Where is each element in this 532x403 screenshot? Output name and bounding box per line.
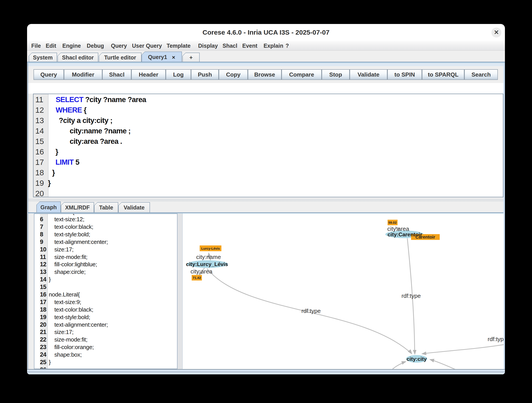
svg-text:Lurcy-Lévis: Lurcy-Lévis bbox=[201, 247, 220, 250]
svg-text:rdf:type: rdf:type bbox=[402, 293, 421, 299]
svg-text:rdf:type: rdf:type bbox=[302, 307, 321, 314]
svg-text:59.02: 59.02 bbox=[388, 221, 397, 224]
svg-text:city:name: city:name bbox=[196, 254, 221, 260]
svg-text:city:city: city:city bbox=[407, 356, 427, 362]
svg-text:71.42: 71.42 bbox=[193, 276, 201, 280]
svg-text:city:area: city:area bbox=[387, 225, 409, 232]
svg-text:city:area: city:area bbox=[190, 268, 213, 275]
svg-text:rdf:type: rdf:type bbox=[488, 336, 504, 342]
svg-text:Carentoir: Carentoir bbox=[416, 235, 435, 239]
svg-text:city:Lurcy_Lévis: city:Lurcy_Lévis bbox=[186, 261, 228, 267]
